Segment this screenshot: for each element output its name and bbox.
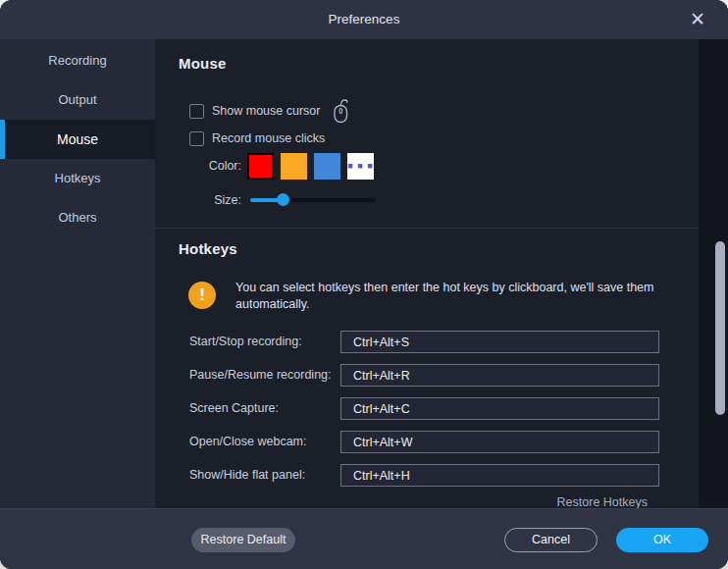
record-mouse-clicks-checkbox[interactable] bbox=[189, 131, 204, 146]
selected-accent-bar bbox=[0, 120, 5, 159]
hotkey-input-screen-capture[interactable] bbox=[340, 397, 659, 420]
hotkey-label-start-stop: Start/Stop recording: bbox=[189, 331, 302, 353]
sidebar-item-hotkeys[interactable]: Hotkeys bbox=[0, 159, 155, 198]
show-mouse-cursor-checkbox[interactable] bbox=[189, 104, 204, 119]
hotkey-label-screen-capture: Screen Capture: bbox=[189, 397, 279, 420]
record-mouse-clicks-row: Record mouse clicks bbox=[189, 130, 325, 146]
more-colors-button[interactable]: ■ ■ ■ bbox=[347, 153, 374, 180]
restore-default-button[interactable]: Restore Default bbox=[191, 528, 295, 552]
hotkey-label-pause-resume: Pause/Resume recording: bbox=[189, 364, 332, 387]
ok-button[interactable]: OK bbox=[616, 528, 708, 552]
sidebar: Recording Output Mouse Hotkeys Others bbox=[0, 39, 155, 508]
footer-bar: Restore Default Cancel OK bbox=[0, 508, 728, 569]
sidebar-item-mouse-label: Mouse bbox=[57, 131, 98, 147]
size-slider[interactable] bbox=[250, 189, 376, 211]
slider-thumb[interactable] bbox=[277, 193, 289, 206]
hotkey-input-start-stop[interactable] bbox=[340, 331, 659, 353]
color-swatch-red[interactable] bbox=[247, 153, 274, 180]
sidebar-item-others[interactable]: Others bbox=[0, 198, 155, 237]
mouse-icon bbox=[332, 98, 350, 124]
titlebar: Preferences ✕ bbox=[0, 0, 728, 39]
hotkey-input-webcam[interactable] bbox=[340, 431, 659, 453]
cancel-button[interactable]: Cancel bbox=[504, 528, 598, 552]
color-label: Color: bbox=[155, 153, 241, 180]
color-swatch-blue[interactable] bbox=[314, 153, 340, 180]
show-mouse-cursor-row: Show mouse cursor bbox=[189, 103, 350, 119]
color-swatch-orange[interactable] bbox=[281, 153, 307, 180]
warning-icon: ! bbox=[188, 282, 216, 309]
size-label: Size: bbox=[155, 189, 241, 211]
record-mouse-clicks-label: Record mouse clicks bbox=[212, 131, 325, 145]
preferences-dialog: Preferences ✕ Recording Output Mouse Hot… bbox=[0, 0, 728, 569]
restore-hotkeys-link[interactable]: Restore Hotkeys bbox=[155, 495, 648, 509]
hotkeys-section-title: Hotkeys bbox=[179, 240, 237, 257]
hotkey-label-flat-panel: Show/Hide flat panel: bbox=[189, 464, 305, 487]
close-icon[interactable]: ✕ bbox=[685, 7, 710, 32]
scrollbar-track[interactable] bbox=[699, 39, 728, 508]
dialog-title: Preferences bbox=[0, 0, 728, 39]
sidebar-item-mouse[interactable]: Mouse bbox=[0, 120, 155, 159]
page: Preferences ✕ Recording Output Mouse Hot… bbox=[0, 0, 728, 569]
mouse-section-title: Mouse bbox=[179, 55, 227, 72]
show-mouse-cursor-label: Show mouse cursor bbox=[212, 104, 320, 118]
scrollbar-thumb[interactable] bbox=[715, 241, 725, 415]
section-divider bbox=[155, 228, 728, 229]
hotkey-label-webcam: Open/Close webcam: bbox=[189, 431, 307, 453]
hotkeys-notice: You can select hotkeys then enter the ho… bbox=[235, 280, 673, 313]
sidebar-item-recording[interactable]: Recording bbox=[0, 41, 155, 80]
sidebar-item-output[interactable]: Output bbox=[0, 80, 155, 120]
hotkey-input-flat-panel[interactable] bbox=[340, 464, 659, 487]
hotkey-input-pause-resume[interactable] bbox=[340, 364, 659, 387]
content-panel: Mouse Show mouse cursor Record mouse cli… bbox=[155, 39, 728, 508]
